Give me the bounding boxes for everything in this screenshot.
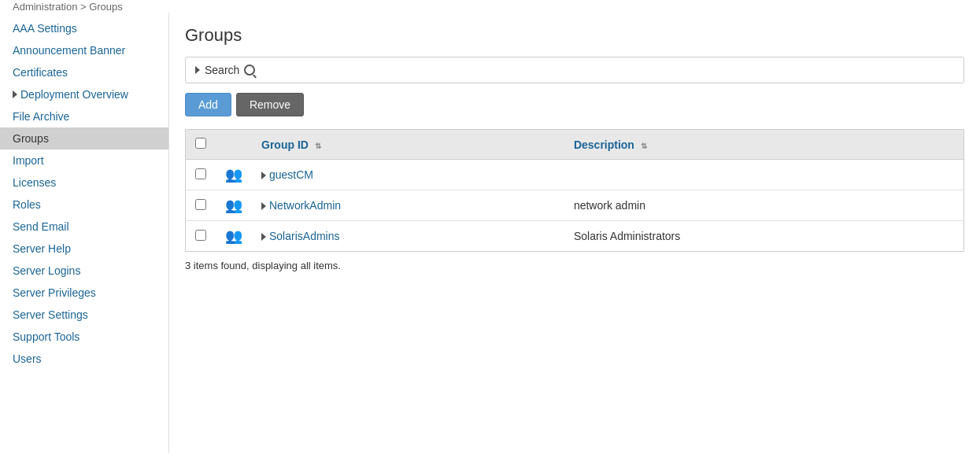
group-description-cell xyxy=(564,160,964,190)
sidebar-item-roles[interactable]: Roles xyxy=(0,194,168,216)
items-found: 3 items found, displaying all items. xyxy=(185,260,964,271)
row-checkbox[interactable] xyxy=(195,199,206,210)
row-expand-arrow-icon xyxy=(261,233,266,241)
sidebar-item-label: Server Settings xyxy=(13,308,88,321)
sidebar-item-certificates[interactable]: Certificates xyxy=(0,61,168,83)
group-name-link[interactable]: SolarisAdmins xyxy=(269,230,339,242)
arrow-icon xyxy=(13,90,17,98)
sidebar-item-label: Groups xyxy=(13,132,49,145)
sidebar: AAA SettingsAnnouncement BannerCertifica… xyxy=(0,13,169,453)
group-id-header[interactable]: Group ID ⇅ xyxy=(252,130,564,160)
groups-table: Group ID ⇅ Description ⇅ 👥guestCM👥Networ… xyxy=(185,129,964,252)
table-row: 👥SolarisAdminsSolaris Administrators xyxy=(186,221,964,252)
sidebar-item-licenses[interactable]: Licenses xyxy=(0,172,168,194)
group-icon-header xyxy=(216,130,252,160)
add-button[interactable]: Add xyxy=(185,93,231,116)
sidebar-item-label: Roles xyxy=(13,198,41,211)
sidebar-item-deployment-overview[interactable]: Deployment Overview xyxy=(0,83,168,105)
group-icon: 👥 xyxy=(225,228,242,244)
select-all-header xyxy=(186,130,216,160)
sidebar-item-file-archive[interactable]: File Archive xyxy=(0,105,168,127)
sort-arrows-group-id: ⇅ xyxy=(315,142,321,150)
search-label: Search xyxy=(205,64,239,76)
sidebar-item-label: Server Help xyxy=(13,242,71,255)
sidebar-item-import[interactable]: Import xyxy=(0,149,168,172)
page-title: Groups xyxy=(185,25,964,46)
sidebar-item-label: Support Tools xyxy=(13,330,80,343)
search-bar[interactable]: Search xyxy=(185,57,964,83)
sidebar-item-label: Users xyxy=(13,352,42,365)
table-row: 👥guestCM xyxy=(186,160,964,190)
toolbar: Add Remove xyxy=(185,93,964,116)
remove-button[interactable]: Remove xyxy=(236,93,304,116)
description-header[interactable]: Description ⇅ xyxy=(564,130,964,160)
group-description-cell: network admin xyxy=(564,190,964,221)
group-icon-cell: 👥 xyxy=(216,190,252,221)
row-checkbox-cell xyxy=(186,160,216,190)
sidebar-item-label: Import xyxy=(13,154,44,167)
sidebar-item-groups[interactable]: Groups xyxy=(0,127,168,149)
row-checkbox-cell xyxy=(186,190,216,221)
sidebar-item-label: Deployment Overview xyxy=(20,88,128,101)
group-id-cell: NetworkAdmin xyxy=(252,190,564,221)
sidebar-item-support-tools[interactable]: Support Tools xyxy=(0,326,168,348)
table-row: 👥NetworkAdminnetwork admin xyxy=(186,190,964,221)
sidebar-item-label: Server Logins xyxy=(13,264,80,277)
group-icon-cell: 👥 xyxy=(216,221,252,252)
row-checkbox[interactable] xyxy=(195,168,206,179)
sidebar-item-label: File Archive xyxy=(13,110,69,123)
sidebar-item-aaa-settings[interactable]: AAA Settings xyxy=(0,17,168,39)
sidebar-item-server-privileges[interactable]: Server Privileges xyxy=(0,282,168,304)
row-checkbox-cell xyxy=(186,221,216,252)
search-arrow-icon xyxy=(195,66,200,74)
sidebar-item-label: Server Privileges xyxy=(13,286,96,299)
sidebar-item-announcement-banner[interactable]: Announcement Banner xyxy=(0,39,168,61)
sidebar-item-label: AAA Settings xyxy=(13,22,77,35)
group-description-cell: Solaris Administrators xyxy=(564,221,964,252)
row-expand-arrow-icon xyxy=(261,202,266,210)
select-all-checkbox[interactable] xyxy=(195,138,206,149)
main-content: Groups Search Add Remove Group ID ⇅ xyxy=(169,13,980,453)
group-icon: 👥 xyxy=(225,167,242,183)
group-id-cell: guestCM xyxy=(252,160,564,190)
sidebar-item-label: Certificates xyxy=(13,66,68,79)
group-id-cell: SolarisAdmins xyxy=(252,221,564,252)
row-checkbox[interactable] xyxy=(195,230,206,241)
group-icon: 👥 xyxy=(225,197,242,213)
sidebar-item-users[interactable]: Users xyxy=(0,348,168,370)
breadcrumb: Administration > Groups xyxy=(0,0,980,13)
sidebar-item-server-settings[interactable]: Server Settings xyxy=(0,304,168,326)
sidebar-item-label: Send Email xyxy=(13,220,69,233)
group-name-link[interactable]: NetworkAdmin xyxy=(269,199,341,212)
group-icon-cell: 👥 xyxy=(216,160,252,190)
sidebar-item-server-help[interactable]: Server Help xyxy=(0,238,168,260)
sort-arrows-description: ⇅ xyxy=(641,142,647,150)
group-name-link[interactable]: guestCM xyxy=(269,168,313,181)
row-expand-arrow-icon xyxy=(261,172,266,179)
search-icon xyxy=(244,65,255,76)
sidebar-item-server-logins[interactable]: Server Logins xyxy=(0,260,168,282)
sidebar-item-label: Licenses xyxy=(13,176,56,189)
sidebar-item-send-email[interactable]: Send Email xyxy=(0,216,168,238)
sidebar-item-label: Announcement Banner xyxy=(13,44,125,57)
